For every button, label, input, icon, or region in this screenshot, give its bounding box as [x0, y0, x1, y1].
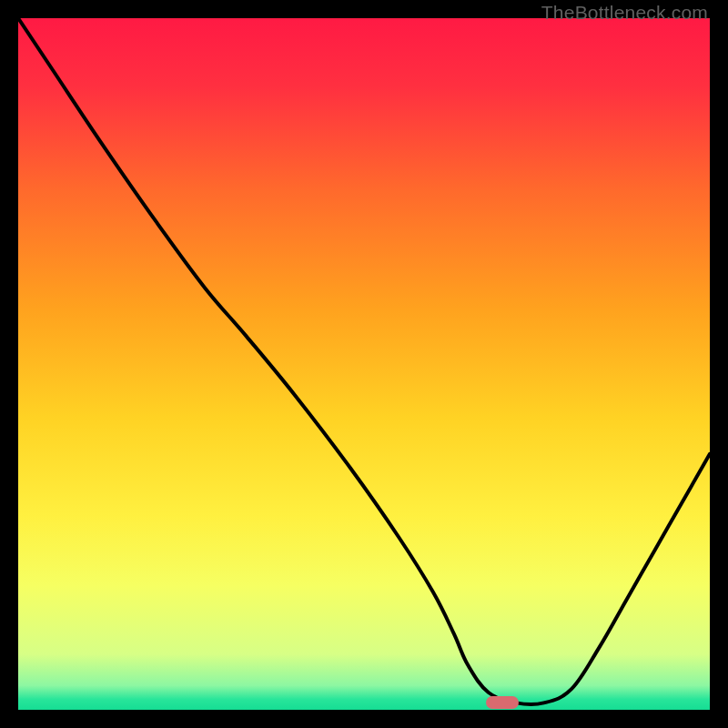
bottleneck-chart — [18, 18, 710, 710]
optimal-point-marker — [486, 696, 519, 709]
watermark-label: TheBottleneck.com — [541, 2, 708, 24]
gradient-background — [18, 18, 710, 710]
chart-frame — [18, 18, 710, 710]
